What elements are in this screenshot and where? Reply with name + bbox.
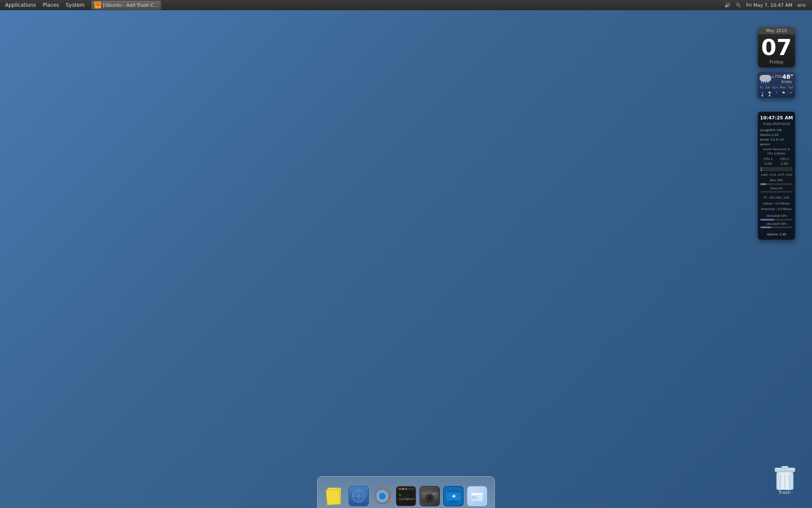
terminal-icon: $ _ user@host [396, 486, 416, 506]
svg-text:user@host: user@host [399, 497, 415, 501]
trash-svg [774, 466, 796, 491]
network-indicator[interactable]: 🔌 [734, 3, 743, 8]
camera-svg-icon [420, 487, 439, 505]
sysmon-ip: IP : 192.168.1.139 [760, 196, 793, 200]
dock-icon-notes[interactable] [324, 485, 346, 507]
sysmon-uptime: Uptime: 1:40 [760, 232, 793, 237]
svg-rect-41 [472, 499, 476, 500]
sysmon-download: Download : 0.0 KB/sec [760, 207, 793, 211]
calendar-widget[interactable]: May 2010 07 Friday [758, 27, 795, 67]
svg-point-15 [379, 493, 386, 500]
svg-point-20 [405, 488, 407, 490]
sysmon-cpu-row: CPU 1 4.0% CPU 2 5.0% [760, 157, 793, 166]
svg-point-19 [402, 488, 404, 490]
sysmon-time: 10:47:25 AM [760, 114, 793, 122]
sysmon-cpu1-val: 4.0% [764, 162, 773, 166]
svg-point-30 [433, 493, 435, 495]
sysmon-cpu2-bar [760, 169, 793, 171]
sysmon-ram: Ram 18% [760, 178, 793, 182]
weather-widget[interactable]: ☁ 73% 48° Anoka Fri Sat Sun Mon Tue ☁💧 ⛅… [758, 72, 795, 98]
panel-right-area: 🔊 🔌 Fri May 7, 10:47 AM eric [723, 0, 810, 10]
firefox-icon [372, 486, 392, 506]
svg-point-29 [428, 497, 430, 498]
sysmon-kernel: kernel: 2.6.31-14-generic [760, 138, 793, 146]
weather-main: ☁ 73% 48° Anoka [758, 72, 795, 85]
weather-city: Anoka [771, 80, 793, 84]
sysmon-swap-bar [760, 191, 793, 193]
svg-point-18 [399, 488, 401, 490]
sysmon-disk1: /dev/sda8 42% [760, 214, 793, 218]
trash-can [774, 466, 795, 488]
sysmon-date: Friday 05/07/2010 [760, 122, 793, 127]
trash-icon[interactable]: Trash [774, 466, 795, 495]
sysmon-ram-bar [760, 183, 793, 185]
svg-rect-34 [451, 500, 456, 502]
sysmon-cpu1-bar [760, 167, 793, 169]
sysmon-os: Ubuntu 9.10 [760, 133, 793, 138]
sysmon-disk1-bar [760, 219, 793, 221]
dock-icon-glass[interactable] [466, 485, 488, 507]
camera-icon [420, 486, 440, 506]
svg-point-28 [428, 496, 432, 500]
sysmon-cpu-model: Intel® Pentium® D CPU 3.40GHz [760, 147, 793, 156]
svg-rect-38 [471, 493, 483, 495]
dock-icon-terminal[interactable]: $ _ user@host [395, 485, 417, 507]
network-icon: 🔌 [735, 3, 741, 8]
weather-forecast: Fri Sat Sun Mon Tue [758, 85, 795, 90]
sysmon-disk2-bar [760, 226, 793, 228]
menu-applications[interactable]: Applications [2, 0, 39, 10]
svg-rect-39 [472, 496, 475, 497]
sysmon-swap: Swap 0% [760, 186, 793, 190]
dock-icon-network[interactable] [348, 485, 370, 507]
calendar-weekday: Friday [758, 59, 795, 67]
desktop: May 2010 07 Friday ☁ 73% [0, 10, 812, 508]
window-title: [Ubuntu - Add Trash C... [103, 3, 158, 8]
window-button-firefox[interactable]: 🦊 [Ubuntu - Add Trash C... [91, 0, 161, 10]
terminal-svg-icon: $ _ user@host [397, 487, 415, 505]
top-panel: Applications Places System 🦊 [Ubuntu - A… [0, 0, 812, 10]
window-icon: 🦊 [94, 2, 101, 8]
svg-rect-33 [447, 491, 460, 492]
svg-rect-43 [782, 466, 788, 469]
weather-temperature: 48° [782, 73, 793, 80]
sysmon-cpu2-val: 5.0% [780, 162, 789, 166]
dock-icon-firefox[interactable] [371, 485, 393, 507]
sysmon-cpu1-label: CPU 1 [764, 157, 773, 162]
forecast-tue: Tue [788, 86, 793, 89]
svg-rect-35 [448, 502, 458, 503]
calendar-month: May 2010 [758, 27, 795, 34]
volume-icon: 🔊 [724, 3, 730, 8]
datetime-display[interactable]: Fri May 7, 10:47 AM [745, 3, 794, 8]
network-svg-icon [349, 487, 368, 505]
forecast-sat: Sat [765, 86, 770, 89]
notes-svg-icon [326, 487, 344, 505]
dock-icon-teamviewer[interactable] [442, 485, 464, 507]
weather-icon [760, 74, 770, 83]
glass-svg-icon [468, 487, 486, 505]
menu-system[interactable]: System [62, 0, 88, 10]
dock-icon-camera[interactable] [419, 485, 441, 507]
calendar-day: 07 [758, 34, 795, 59]
forecast-sun: Sun [772, 86, 778, 89]
svg-rect-25 [426, 490, 433, 493]
notes-icon [325, 486, 345, 506]
sysmon-disk2: /dev/sda9 34% [760, 222, 793, 226]
svg-rect-6 [326, 489, 340, 505]
forecast-mon: Mon [780, 86, 786, 89]
volume-control[interactable]: 🔊 [723, 3, 732, 8]
forecast-fri: Fri [760, 86, 763, 89]
svg-text:$ _: $ _ [399, 493, 406, 497]
dock: $ _ user@host [315, 485, 497, 508]
sysmon-hostname: eric@OPTI-745 [760, 128, 793, 133]
glass-icon [467, 486, 487, 506]
network-icon [348, 486, 369, 506]
svg-rect-40 [472, 497, 478, 498]
sysmon-load: Load : 0.11, 0.07, 0.01 [760, 173, 793, 177]
sysmon-widget[interactable]: 10:47:25 AM Friday 05/07/2010 eric@OPTI-… [758, 112, 795, 240]
sysmon-upload: Upload : 0.0 KB/sec [760, 202, 793, 206]
menu-places[interactable]: Places [39, 0, 62, 10]
firefox-svg-icon [373, 487, 392, 505]
user-display[interactable]: eric [796, 3, 808, 8]
teamviewer-icon [443, 486, 464, 506]
teamviewer-svg-icon [444, 487, 463, 505]
